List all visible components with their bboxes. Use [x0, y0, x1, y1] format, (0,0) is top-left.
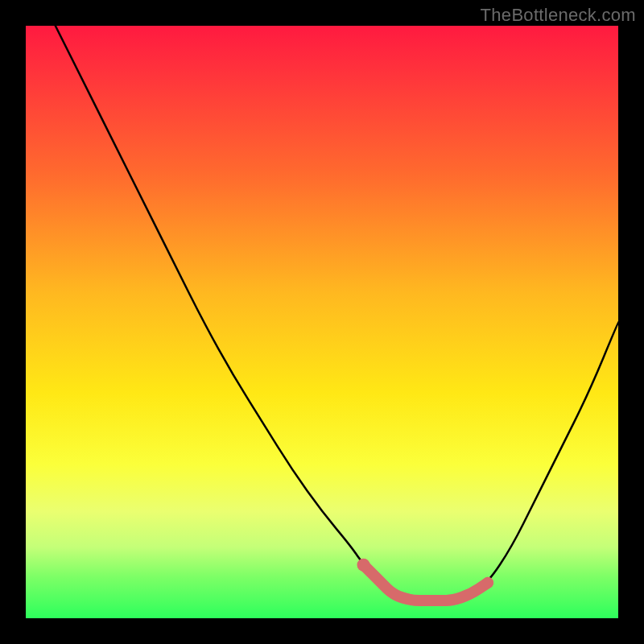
bottleneck-curve [56, 26, 618, 601]
plot-area [26, 26, 618, 618]
marker-dot-left [357, 559, 370, 572]
watermark-text: TheBottleneck.com [481, 5, 636, 26]
optimal-band-marker [364, 565, 489, 601]
marker-dot-right [482, 577, 493, 588]
chart-container: TheBottleneck.com [0, 0, 644, 644]
curve-svg [26, 26, 618, 618]
